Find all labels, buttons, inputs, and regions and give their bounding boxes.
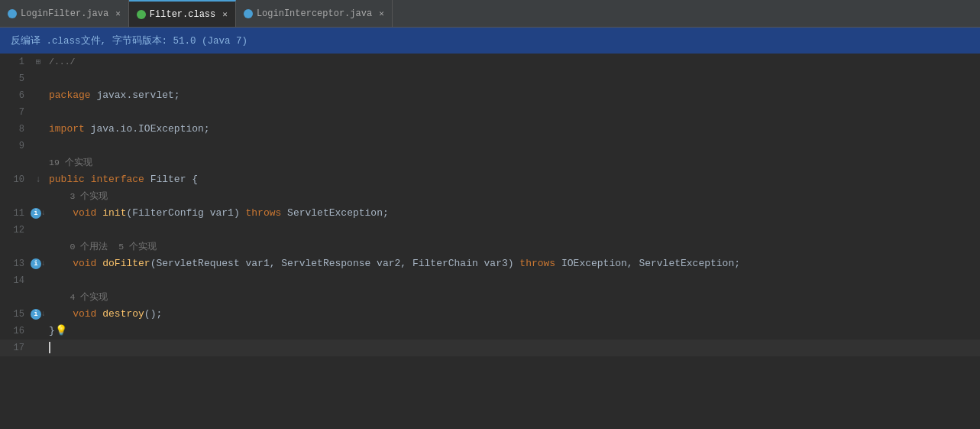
gutter-13: i↓ — [31, 255, 46, 272]
line-num-16: 16 — [0, 323, 31, 340]
line-content-7 — [46, 104, 980, 121]
gutter-15: i↓ — [31, 306, 46, 323]
close-tab-login-interceptor[interactable]: ✕ — [379, 8, 384, 18]
tab-icon-login-filter — [8, 9, 17, 18]
hint-line-4-impl: 4 个实现 — [0, 289, 980, 306]
code-line-13: 13 i↓ void doFilter(ServletRequest var1,… — [0, 255, 980, 272]
line-num-14: 14 — [0, 272, 31, 289]
line-content-16: }💡 — [46, 323, 980, 340]
tab-icon-filter-class — [137, 10, 146, 19]
code-line-7: 7 — [0, 104, 980, 121]
code-line-17: 17 — [0, 340, 980, 356]
code-line-8: 8 import java.io.IOException; — [0, 121, 980, 138]
line-content-14 — [46, 272, 980, 289]
gutter-10: ↓ — [31, 171, 46, 188]
line-num-10: 10 — [0, 171, 31, 188]
line-content-11: void init(FilterConfig var1) throws Serv… — [46, 205, 980, 222]
tab-login-interceptor[interactable]: LoginInterceptor.java ✕ — [236, 0, 393, 27]
line-content-9 — [46, 138, 980, 154]
line-content-hint4: 4 个实现 — [46, 289, 980, 306]
code-line-11: 11 i↓ void init(FilterConfig var1) throw… — [0, 205, 980, 222]
hint-line-19-impl: 19 个实现 — [0, 154, 980, 171]
code-line-6: 6 package javax.servlet; — [0, 87, 980, 104]
line-content-15: void destroy(); — [46, 306, 980, 323]
code-editor[interactable]: 1 ⊞ /.../ 5 6 package javax.servlet; 7 8… — [0, 54, 980, 429]
line-content-hint2: 3 个实现 — [46, 188, 980, 205]
code-line-16: 16 }💡 — [0, 323, 980, 340]
line-num-17: 17 — [0, 340, 31, 356]
tab-filter-class[interactable]: Filter.class ✕ — [129, 0, 236, 27]
code-line-5: 5 — [0, 70, 980, 87]
collapse-icon-1[interactable]: ⊞ — [36, 54, 41, 70]
line-content-10: public interface Filter { — [46, 171, 980, 188]
code-line-15: 15 i↓ void destroy(); — [0, 306, 980, 323]
gutter-1: ⊞ — [31, 54, 46, 70]
tab-label-login-interceptor: LoginInterceptor.java — [257, 8, 372, 19]
line-num-6: 6 — [0, 87, 31, 104]
code-line-14: 14 — [0, 272, 980, 289]
line-num-13: 13 — [0, 255, 31, 272]
code-line-10: 10 ↓ public interface Filter { — [0, 171, 980, 188]
line-content-8: import java.io.IOException; — [46, 121, 980, 138]
line-num-15: 15 — [0, 306, 31, 323]
gutter-11: i↓ — [31, 205, 46, 222]
line-content-13: void doFilter(ServletRequest var1, Servl… — [46, 255, 980, 272]
line-num-5: 5 — [0, 70, 31, 87]
line-num-11: 11 — [0, 205, 31, 222]
info-icon-15: i — [31, 309, 41, 320]
line-content-1: /.../ — [46, 54, 980, 70]
line-num-9: 9 — [0, 138, 31, 154]
line-content-6: package javax.servlet; — [46, 87, 980, 104]
info-icon-11: i — [31, 208, 41, 219]
close-tab-login-filter[interactable]: ✕ — [115, 8, 121, 18]
line-num-8: 8 — [0, 121, 31, 138]
hint-line-3-impl: 3 个实现 — [0, 188, 980, 205]
line-content-17 — [46, 340, 980, 356]
banner-text: 反编译 .class文件, 字节码版本: 51.0 (Java 7) — [11, 34, 247, 47]
line-content-hint3: 0 个用法 5 个实现 — [46, 239, 980, 255]
decompile-banner: 反编译 .class文件, 字节码版本: 51.0 (Java 7) — [0, 28, 980, 54]
tab-bar: LoginFilter.java ✕ Filter.class ✕ LoginI… — [0, 0, 980, 28]
tab-label-filter-class: Filter.class — [150, 9, 215, 20]
code-line-9: 9 — [0, 138, 980, 154]
line-content-12 — [46, 222, 980, 239]
arrow-icon-10[interactable]: ↓ — [35, 171, 40, 188]
line-num-12: 12 — [0, 222, 31, 239]
line-content-5 — [46, 70, 980, 87]
line-num-7: 7 — [0, 104, 31, 121]
hint-line-0usage-5impl: 0 个用法 5 个实现 — [0, 239, 980, 255]
tab-label-login-filter: LoginFilter.java — [21, 8, 108, 19]
code-line-1: 1 ⊞ /.../ — [0, 54, 980, 70]
close-tab-filter-class[interactable]: ✕ — [222, 9, 228, 19]
code-line-12: 12 — [0, 222, 980, 239]
info-icon-13: i — [31, 258, 41, 269]
bulb-icon-16[interactable]: 💡 — [55, 325, 67, 336]
line-content-hint1: 19 个实现 — [46, 154, 980, 171]
tab-icon-login-interceptor — [244, 9, 253, 18]
line-num-1: 1 — [0, 54, 31, 70]
tab-login-filter[interactable]: LoginFilter.java ✕ — [0, 0, 129, 27]
